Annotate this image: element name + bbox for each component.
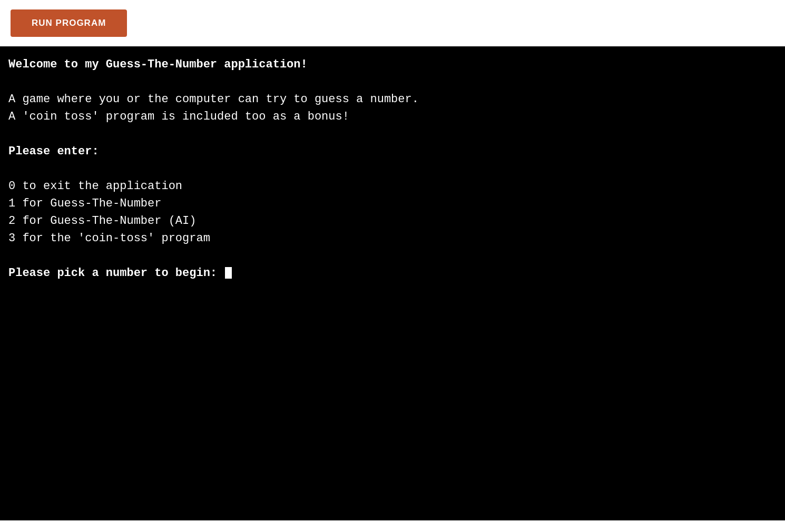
terminal-line-3: A game where you or the computer can try…	[8, 91, 777, 108]
header: RUN PROGRAM	[0, 0, 785, 46]
terminal-line-2	[8, 73, 777, 91]
terminal-line-1: Welcome to my Guess-The-Number applicati…	[8, 56, 777, 73]
terminal-line-7	[8, 160, 777, 178]
terminal-cursor	[225, 267, 232, 279]
terminal-output: Welcome to my Guess-The-Number applicati…	[0, 46, 785, 520]
terminal-line-12	[8, 247, 777, 264]
terminal-line-5	[8, 125, 777, 143]
terminal-line-13: Please pick a number to begin:	[8, 264, 777, 282]
terminal-prompt: Please pick a number to begin:	[8, 267, 224, 280]
terminal-line-10: 2 for Guess-The-Number (AI)	[8, 212, 777, 230]
run-program-button[interactable]: RUN PROGRAM	[11, 9, 127, 37]
terminal-line-11: 3 for the 'coin-toss' program	[8, 230, 777, 247]
terminal-line-4: A 'coin toss' program is included too as…	[8, 108, 777, 125]
terminal-line-8: 0 to exit the application	[8, 178, 777, 195]
terminal-line-9: 1 for Guess-The-Number	[8, 195, 777, 212]
terminal-line-6: Please enter:	[8, 143, 777, 160]
